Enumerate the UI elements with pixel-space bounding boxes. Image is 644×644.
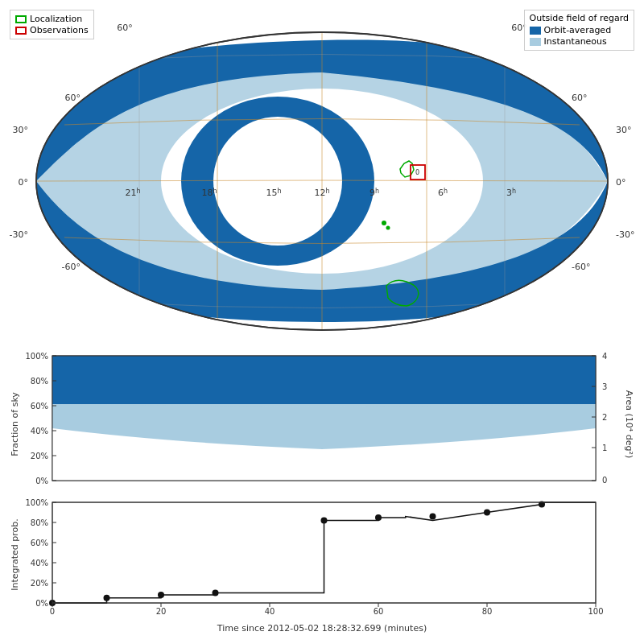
- svg-text:0°: 0°: [616, 177, 626, 188]
- svg-point-66: [213, 590, 219, 597]
- orbit-averaged-icon: [530, 27, 541, 35]
- svg-text:-30°: -30°: [616, 229, 634, 240]
- x-axis-title: Time since 2012-05-02 18:28:32.699 (minu…: [217, 623, 427, 634]
- skymap-section: Localization Observations Outside field …: [8, 8, 636, 346]
- fraction-chart: 100% 80% 60% 40% 20% 0% Fraction of sky …: [8, 348, 636, 497]
- legend-orbit-averaged: Orbit-averaged: [530, 25, 629, 35]
- svg-text:30°: 30°: [13, 125, 29, 135]
- svg-text:100%: 100%: [25, 352, 48, 361]
- svg-text:100%: 100%: [25, 498, 48, 507]
- svg-text:0%: 0%: [35, 599, 48, 608]
- svg-text:-60°: -60°: [62, 262, 80, 272]
- svg-text:20: 20: [156, 607, 167, 616]
- instantaneous-icon: [530, 38, 541, 46]
- svg-text:40%: 40%: [31, 559, 48, 568]
- legend-observations: Observations: [15, 25, 89, 35]
- integrated-chart: 100% 80% 60% 40% 20% 0% Integrated prob.…: [8, 498, 636, 639]
- svg-text:60°: 60°: [65, 93, 81, 103]
- observations-icon: [15, 27, 27, 35]
- svg-text:0°: 0°: [19, 177, 29, 188]
- svg-text:Area (10⁴ deg²): Area (10⁴ deg²): [624, 390, 634, 458]
- legend-instantaneous: Instantaneous: [530, 36, 629, 47]
- svg-point-64: [104, 595, 110, 601]
- localization-label: Localization: [30, 14, 82, 24]
- legend-right-title: Outside field of regard: [530, 13, 629, 23]
- svg-point-10: [382, 221, 386, 225]
- svg-text:80%: 80%: [31, 518, 48, 527]
- legend-left: Localization Observations: [10, 10, 94, 39]
- svg-point-11: [386, 226, 390, 230]
- svg-text:0: 0: [602, 476, 607, 485]
- svg-point-69: [430, 514, 436, 520]
- svg-text:0: 0: [415, 169, 419, 176]
- svg-text:-60°: -60°: [572, 262, 590, 272]
- svg-text:2: 2: [602, 413, 607, 422]
- svg-text:4: 4: [602, 352, 607, 361]
- observations-label: Observations: [30, 25, 89, 35]
- svg-text:1: 1: [602, 444, 607, 452]
- svg-text:20%: 20%: [31, 579, 48, 588]
- localization-icon: [15, 15, 27, 23]
- svg-text:0%: 0%: [35, 477, 48, 485]
- svg-rect-35: [52, 356, 596, 404]
- svg-text:80%: 80%: [31, 377, 48, 386]
- svg-text:60: 60: [374, 607, 384, 616]
- instantaneous-label: Instantaneous: [544, 36, 607, 47]
- svg-point-4: [213, 117, 342, 246]
- integrated-section: 100% 80% 60% 40% 20% 0% Integrated prob.…: [8, 498, 636, 639]
- svg-point-65: [158, 592, 164, 598]
- svg-text:Fraction of sky: Fraction of sky: [10, 392, 20, 456]
- skymap-svg: 0 60° 60° 30° 0° -30° 60° -60° 30° 0° -3…: [8, 8, 636, 346]
- fraction-section: 100% 80% 60% 40% 20% 0% Fraction of sky …: [8, 348, 636, 497]
- svg-text:3: 3: [602, 382, 607, 391]
- svg-text:100: 100: [588, 607, 603, 616]
- svg-text:30°: 30°: [616, 125, 632, 135]
- svg-point-68: [375, 514, 382, 521]
- orbit-averaged-label: Orbit-averaged: [544, 25, 612, 35]
- svg-text:40%: 40%: [31, 427, 48, 436]
- legend-right: Outside field of regard Orbit-averaged I…: [524, 10, 634, 51]
- svg-text:80: 80: [482, 607, 493, 616]
- svg-text:20%: 20%: [31, 452, 48, 460]
- svg-text:60°: 60°: [572, 93, 588, 103]
- svg-point-70: [484, 510, 490, 516]
- svg-text:60%: 60%: [31, 402, 48, 411]
- svg-text:40: 40: [265, 607, 275, 616]
- svg-text:60°: 60°: [117, 23, 133, 33]
- svg-text:-30°: -30°: [10, 229, 28, 240]
- svg-text:60%: 60%: [31, 539, 48, 547]
- main-container: Localization Observations Outside field …: [0, 0, 644, 644]
- legend-localization: Localization: [15, 14, 89, 24]
- svg-text:Integrated prob.: Integrated prob.: [10, 518, 20, 591]
- svg-text:0: 0: [50, 607, 55, 616]
- svg-point-67: [321, 518, 328, 524]
